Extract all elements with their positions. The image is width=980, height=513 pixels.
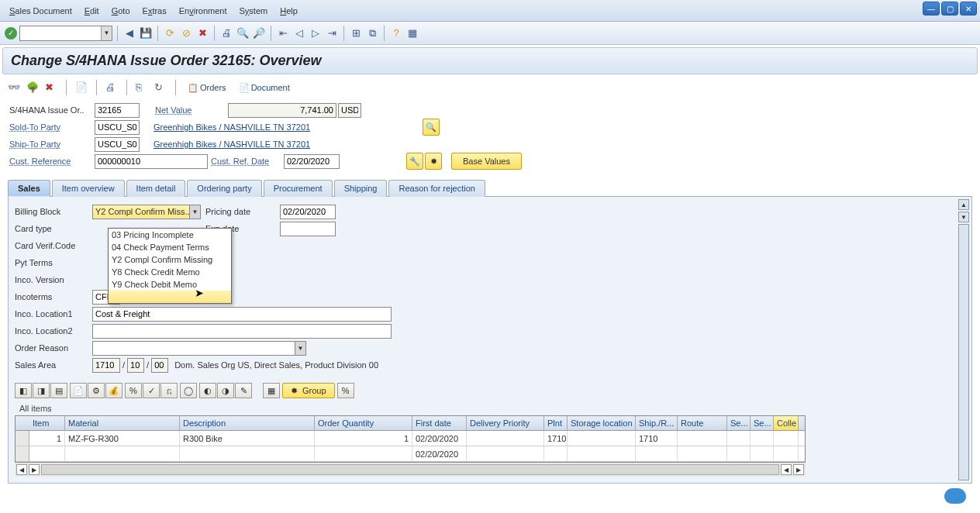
menu-environment[interactable]: Environment — [173, 3, 233, 19]
cell-colle[interactable] — [774, 431, 799, 446]
exit-icon[interactable]: ⟳ — [163, 26, 177, 40]
cell-plnt[interactable]: 1710 — [544, 431, 568, 446]
print-icon[interactable]: 🖨 — [219, 26, 233, 40]
cell-se1[interactable] — [727, 431, 751, 446]
dropdown-option[interactable]: Y2 Compl Confirm Missing — [109, 253, 231, 266]
cell-material[interactable] — [65, 446, 180, 461]
tab-ordering-party[interactable]: Ordering party — [187, 180, 261, 197]
pe-button[interactable]: ◐ — [199, 383, 216, 398]
enter-icon[interactable]: ✓ — [5, 27, 17, 40]
next-page-icon[interactable]: ▷ — [309, 26, 323, 40]
pc-button[interactable]: ⎌ — [160, 383, 178, 398]
save-icon[interactable]: 💾 — [139, 26, 153, 40]
ship-to-field[interactable] — [95, 137, 140, 152]
th-first-date[interactable]: First date — [412, 416, 467, 430]
cell-priority[interactable] — [467, 431, 544, 446]
th-description[interactable]: Description — [180, 416, 315, 430]
pi-button[interactable]: % — [337, 383, 354, 398]
table-row[interactable]: 1 MZ-FG-R300 R300 Bike 1 02/20/2020 1710… — [16, 431, 805, 446]
panel-scroll-down[interactable]: ▼ — [958, 212, 969, 222]
th-route[interactable]: Route — [678, 416, 727, 430]
hscroll-left2[interactable]: ▶ — [29, 464, 40, 475]
menu-edit[interactable]: Edit — [78, 3, 105, 19]
new-session-icon[interactable]: ⊞ — [349, 26, 363, 40]
hscroll-right[interactable]: ▶ — [793, 464, 804, 475]
deselect-all-button[interactable]: ◨ — [33, 383, 50, 398]
back-icon[interactable]: ◀ — [122, 26, 136, 40]
th-storage[interactable]: Storage location — [568, 416, 636, 430]
cell-date[interactable]: 02/20/2020 — [412, 446, 467, 461]
group-button[interactable]: ✹ Group — [282, 383, 335, 398]
panel-scrollbar[interactable] — [958, 224, 969, 480]
item-details-button[interactable]: ▤ — [50, 383, 67, 398]
cell-storage[interactable] — [568, 446, 636, 461]
cell-item[interactable]: 1 — [29, 431, 65, 446]
cell-ship[interactable] — [636, 446, 678, 461]
th-ship[interactable]: Ship./R... — [636, 416, 678, 430]
th-delivery-priority[interactable]: Delivery Priority — [467, 416, 544, 430]
dropdown-option[interactable]: 04 Check Payment Terms — [109, 241, 231, 253]
orders-button[interactable]: 📋Orders — [185, 81, 229, 95]
find-icon[interactable]: 🔍 — [236, 26, 250, 40]
dropdown-option-empty[interactable] — [109, 291, 231, 303]
exp-date-field[interactable] — [280, 222, 336, 236]
th-se2[interactable]: Se... — [751, 416, 774, 430]
tab-procurement[interactable]: Procurement — [264, 180, 333, 197]
cell-qty[interactable]: 1 — [315, 431, 412, 446]
dropdown-option[interactable]: 03 Pricing Incomplete — [109, 229, 231, 241]
pg-button[interactable]: ✎ — [235, 383, 252, 398]
dropdown-option[interactable]: Y8 Check Credit Memo — [109, 266, 231, 278]
config-button[interactable]: 🔧 — [406, 153, 423, 170]
cell-ship[interactable]: 1710 — [636, 431, 678, 446]
inco-loc2-field[interactable] — [92, 324, 392, 339]
hscroll-track[interactable] — [41, 464, 779, 475]
cust-ref-date-field[interactable] — [284, 154, 340, 169]
sold-to-desc[interactable]: Greenhigh Bikes / NASHVILLE TN 37201 — [154, 122, 310, 132]
sold-to-field[interactable] — [95, 120, 140, 135]
cell-plnt[interactable] — [544, 446, 568, 461]
panel-scroll-up[interactable]: ▲ — [958, 199, 969, 210]
th-se1[interactable]: Se... — [727, 416, 751, 430]
display-doc-button[interactable]: 📄 — [70, 383, 87, 398]
layout-icon[interactable]: ▦ — [405, 26, 419, 40]
copy-icon[interactable]: ⎘ — [136, 81, 148, 94]
billing-block-dropdown[interactable]: Y2 Compl Confirm Miss.. ▼ — [92, 205, 201, 219]
refresh-icon[interactable]: ↻ — [154, 81, 167, 94]
tab-item-detail[interactable]: Item detail — [126, 180, 186, 197]
cell-se2[interactable] — [751, 446, 774, 461]
pf-button[interactable]: ◑ — [217, 383, 234, 398]
row-handle[interactable] — [16, 431, 29, 446]
help-icon[interactable]: ? — [389, 26, 403, 40]
inco-loc1-field[interactable] — [92, 307, 392, 322]
th-order-qty[interactable]: Order Quantity — [315, 416, 412, 430]
cell-storage[interactable] — [568, 431, 636, 446]
th-item[interactable]: Item — [29, 416, 65, 430]
order-number-field[interactable] — [95, 103, 140, 118]
menu-help[interactable]: Help — [274, 3, 304, 19]
cell-description[interactable]: R300 Bike — [180, 431, 315, 446]
prev-page-icon[interactable]: ◁ — [292, 26, 306, 40]
th-plnt[interactable]: Plnt — [544, 416, 568, 430]
cell-route[interactable] — [678, 446, 727, 461]
document-button[interactable]: 📄Document — [236, 81, 293, 95]
cell-priority[interactable] — [467, 446, 544, 461]
hscroll-left[interactable]: ◀ — [16, 464, 27, 475]
cell-se2[interactable] — [751, 431, 774, 446]
menu-extras[interactable]: Extras — [136, 3, 173, 19]
cell-description[interactable] — [180, 446, 315, 461]
ship-to-desc[interactable]: Greenhigh Bikes / NASHVILLE TN 37201 — [154, 139, 310, 149]
header-icon[interactable]: 📄 — [75, 81, 88, 94]
tab-reason-rejection[interactable]: Reason for rejection — [388, 180, 485, 197]
tab-sales[interactable]: Sales — [8, 180, 50, 197]
th-material[interactable]: Material — [65, 416, 180, 430]
cell-date[interactable]: 02/20/2020 — [412, 431, 467, 446]
row-handle[interactable] — [16, 446, 29, 461]
order-reason-dropdown[interactable]: ▼ — [92, 341, 306, 356]
display-icon[interactable]: 👓 — [8, 81, 20, 94]
menu-system[interactable]: System — [233, 3, 274, 19]
first-page-icon[interactable]: ⇤ — [276, 26, 290, 40]
cust-ref-field[interactable] — [95, 154, 208, 169]
table-row[interactable]: 02/20/2020 — [16, 446, 805, 462]
cell-material[interactable]: MZ-FG-R300 — [65, 431, 180, 446]
hscroll-right2[interactable]: ◀ — [781, 464, 792, 475]
